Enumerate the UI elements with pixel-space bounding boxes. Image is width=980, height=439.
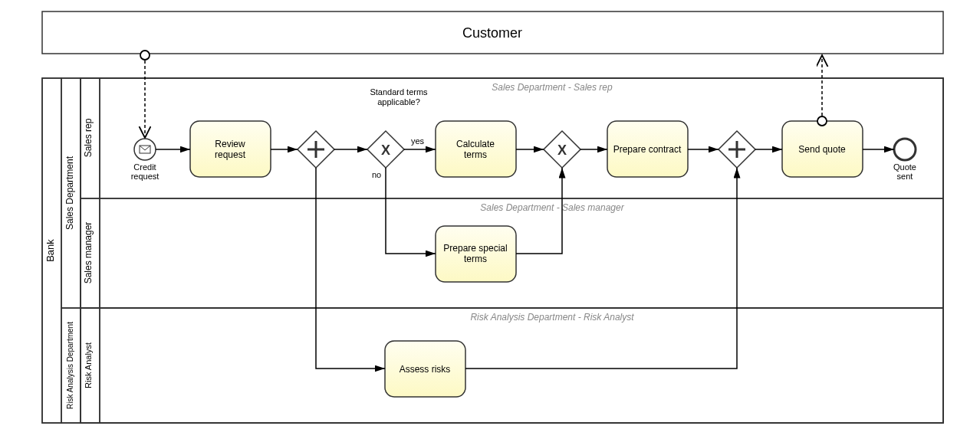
svg-text:sent: sent	[897, 172, 913, 181]
end-event	[894, 139, 916, 160]
lane-sales-mgr-note: Sales Department - Sales manager	[480, 202, 624, 213]
lane-risk-dept-title: Risk Analysis Department	[66, 322, 74, 409]
svg-text:terms: terms	[464, 149, 487, 160]
start-event-label1: Credit	[133, 162, 156, 172]
svg-text:Review: Review	[215, 139, 245, 149]
gateway-no-label: no	[372, 170, 381, 179]
lane-sales-rep-title: Sales rep	[83, 118, 94, 157]
svg-text:X: X	[557, 143, 567, 158]
gateway-exclusive-join: X	[544, 131, 580, 168]
pool-bank-title: Bank	[44, 239, 56, 262]
task-send-quote-label: Send quote	[798, 144, 846, 155]
gateway-question-l2: applicable?	[377, 97, 420, 106]
gateway-exclusive-split: X	[367, 131, 404, 168]
svg-text:terms: terms	[464, 254, 487, 264]
lane-risk-analyst	[100, 308, 943, 423]
gateway-parallel-split	[298, 131, 334, 168]
lane-risk-analyst-title: Risk Analyst	[84, 342, 93, 388]
lane-risk-analyst-note: Risk Analysis Department - Risk Analyst	[470, 312, 634, 323]
lane-sales-rep-note: Sales Department - Sales rep	[492, 82, 613, 93]
pool-customer-title: Customer	[462, 25, 522, 41]
lane-sales-dept-title: Sales Department	[64, 156, 75, 230]
svg-text:Quote: Quote	[893, 162, 916, 172]
svg-text:Prepare special: Prepare special	[443, 243, 507, 254]
task-assess-risks-label: Assess risks	[400, 364, 451, 375]
lane-risk-dept	[81, 308, 943, 423]
task-prepare-contract-label: Prepare contract	[613, 144, 682, 155]
lane-sales-mgr-title: Sales manager	[83, 222, 94, 284]
flow-ex1-no-to-special	[386, 168, 436, 254]
gateway-yes-label: yes	[411, 136, 425, 146]
svg-text:Calculate: Calculate	[456, 139, 495, 149]
bpmn-diagram: Customer Bank Sales Department Sales rep…	[0, 0, 980, 439]
gateway-parallel-join	[719, 131, 755, 168]
svg-text:request: request	[215, 149, 246, 160]
svg-text:X: X	[381, 143, 390, 158]
start-event-label2: request	[131, 172, 159, 181]
gateway-question-l1: Standard terms	[370, 87, 428, 97]
